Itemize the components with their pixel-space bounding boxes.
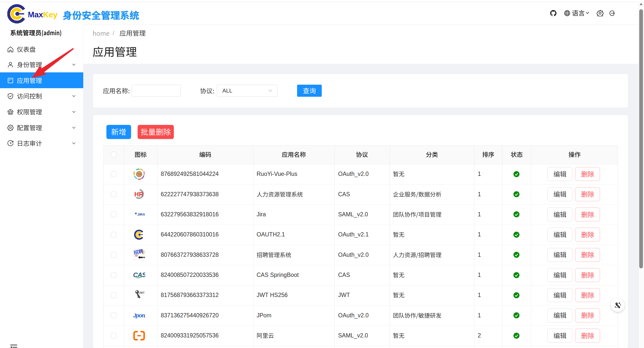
svg-text:JWT: JWT [139,291,145,294]
svg-text:JIRA: JIRA [137,213,145,216]
svg-text:HR: HR [134,191,143,198]
svg-text:Jpom: Jpom [133,312,145,319]
